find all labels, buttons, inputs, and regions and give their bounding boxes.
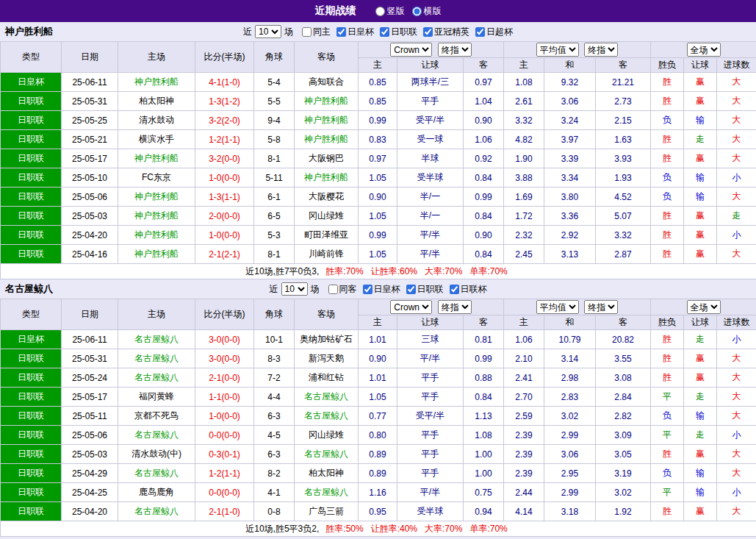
average-select[interactable]: 平均值 (536, 300, 579, 314)
emperors-cup-checkbox[interactable]: 日皇杯 (336, 26, 374, 38)
result-goals: 大 (717, 130, 756, 149)
corner-score: 5-11 (254, 168, 295, 188)
col-handicap-result: 让球 (684, 315, 717, 330)
match-score: 1-0(0-0) (195, 168, 254, 188)
type-badge: 日职联 (1, 226, 62, 245)
away-odds: 0.84 (464, 388, 504, 407)
vertical-layout-radio[interactable]: 竖版 (375, 5, 405, 18)
emperors-cup-checkbox-input[interactable] (336, 27, 346, 37)
match-date: 25-04-29 (62, 464, 118, 483)
avg-away-odds: 3.32 (596, 226, 651, 245)
type-badge: 日皇杯 (1, 330, 62, 349)
horizontal-layout-radio[interactable]: 横版 (412, 5, 442, 18)
match-score: 3-2(0-0) (195, 149, 254, 168)
j1-league-checkbox[interactable]: 日职联 (380, 26, 417, 38)
match-date: 25-05-10 (62, 168, 118, 188)
bookmaker-group-header: Crown 终指 (359, 299, 504, 315)
result-handicap: 赢 (684, 502, 717, 521)
avg-draw-odds: 9.32 (544, 73, 596, 92)
result-group-header: 全场 (651, 42, 756, 58)
team-section: 神户胜利船 近 10 场 同主日皇杯日职联亚冠精英日超杯 类型 日期 主场 比分… (0, 22, 756, 279)
avg-home-odds: 3.88 (504, 168, 544, 188)
summary-stat: 大率:70% (425, 524, 462, 534)
home-team: 名古屋鲸八 (118, 330, 195, 349)
corner-score: 5-8 (254, 130, 295, 149)
match-score: 1-2(1-1) (195, 464, 254, 483)
league-cup-checkbox[interactable]: 日联杯 (450, 283, 487, 296)
col-away: 客场 (295, 42, 359, 73)
away-odds: 1.06 (464, 130, 504, 149)
league-cup-checkbox-input[interactable] (450, 285, 459, 294)
result-handicap: 走 (684, 388, 717, 407)
super-cup-checkbox-input[interactable] (475, 27, 485, 37)
type-badge: 日职联 (1, 426, 62, 445)
type-badge: 日职联 (1, 407, 62, 426)
average-group-header: 平均值 终指 (504, 299, 651, 315)
acl-elite-checkbox[interactable]: 亚冠精英 (423, 26, 469, 38)
same-home-checkbox-input[interactable] (302, 27, 312, 37)
filter-near-label: 近 (243, 26, 252, 38)
corner-score: 6-1 (254, 188, 295, 207)
home-team: 福冈黄蜂 (118, 388, 195, 407)
avg-draw-odds: 2.99 (544, 483, 596, 502)
j1-league-checkbox-input[interactable] (380, 27, 389, 37)
line-type-select[interactable]: 终指 (438, 300, 472, 314)
summary-stat: 胜率:70% (325, 266, 363, 276)
corner-score: 6-5 (254, 207, 295, 226)
handicap-line: 平手 (397, 388, 464, 407)
horizontal-layout-radio-input[interactable] (412, 7, 422, 16)
handicap-line: 平/半 (397, 483, 464, 502)
match-date: 25-05-11 (62, 407, 118, 426)
emperors-cup-checkbox[interactable]: 日皇杯 (363, 283, 400, 296)
filter-checkboxes: 同客日皇杯日职联日联杯 (323, 283, 487, 296)
super-cup-checkbox[interactable]: 日超杯 (475, 26, 513, 38)
scope-select[interactable]: 全场 (687, 300, 721, 314)
summary-stat: 胜率:50% (325, 524, 363, 534)
col-home-odds: 主 (359, 58, 397, 73)
home-team: 柏太阳神 (118, 92, 195, 111)
avg-away-odds: 3.02 (596, 483, 651, 502)
same-away-checkbox[interactable]: 同客 (328, 283, 357, 296)
checkbox-label: 同客 (339, 283, 357, 296)
recent-count-select[interactable]: 10 (255, 25, 281, 38)
result-wdl: 胜 (651, 130, 684, 149)
vertical-layout-radio-input[interactable] (375, 7, 385, 16)
same-away-checkbox-input[interactable] (328, 285, 338, 294)
recent-count-select[interactable]: 10 (281, 282, 308, 296)
match-row: 日职联25-05-21横滨水手1-2(1-1)5-8神户胜利船0.83受一球1.… (1, 130, 756, 149)
home-odds: 0.90 (359, 349, 397, 368)
same-home-checkbox[interactable]: 同主 (302, 26, 331, 38)
result-goals: 走 (717, 207, 756, 226)
handicap-line: 平/半 (397, 226, 464, 245)
result-wdl: 负 (651, 464, 684, 483)
match-row: 日皇杯25-06-11神户胜利船4-1(1-0)5-4高知联合0.85两球半/三… (1, 73, 756, 92)
acl-elite-checkbox-input[interactable] (423, 27, 433, 37)
avg-away-odds: 1.63 (596, 130, 651, 149)
home-odds: 1.05 (359, 207, 397, 226)
avg-line-type-select[interactable]: 终指 (584, 300, 618, 314)
type-badge: 日职联 (1, 111, 62, 130)
j1-league-checkbox-input[interactable] (406, 285, 416, 294)
match-row: 日职联25-04-16神户胜利船2-1(2-1)8-1川崎前锋1.05平/半0.… (1, 245, 756, 264)
handicap-line: 平手 (397, 445, 464, 464)
avg-home-odds: 2.59 (504, 407, 544, 426)
away-odds: 0.75 (464, 483, 504, 502)
away-team: 新泻天鹅 (295, 349, 359, 368)
avg-home-odds: 3.32 (504, 111, 544, 130)
avg-line-type-select[interactable]: 终指 (584, 43, 618, 57)
match-date: 25-06-11 (62, 73, 118, 92)
scope-select[interactable]: 全场 (687, 43, 721, 57)
handicap-line: 半球 (397, 149, 464, 168)
corner-score: 5-5 (254, 92, 295, 111)
col-goals-result: 进球数 (717, 58, 756, 73)
emperors-cup-checkbox-input[interactable] (363, 285, 372, 294)
home-odds: 1.16 (359, 483, 397, 502)
type-badge: 日职联 (1, 168, 62, 188)
corner-score: 10-1 (254, 330, 295, 349)
average-select[interactable]: 平均值 (536, 43, 579, 57)
bookmaker-select[interactable]: Crown (390, 43, 432, 57)
line-type-select[interactable]: 终指 (438, 43, 472, 57)
match-score: 0-0(0-0) (195, 426, 254, 445)
j1-league-checkbox[interactable]: 日职联 (406, 283, 444, 296)
bookmaker-select[interactable]: Crown (390, 300, 432, 314)
